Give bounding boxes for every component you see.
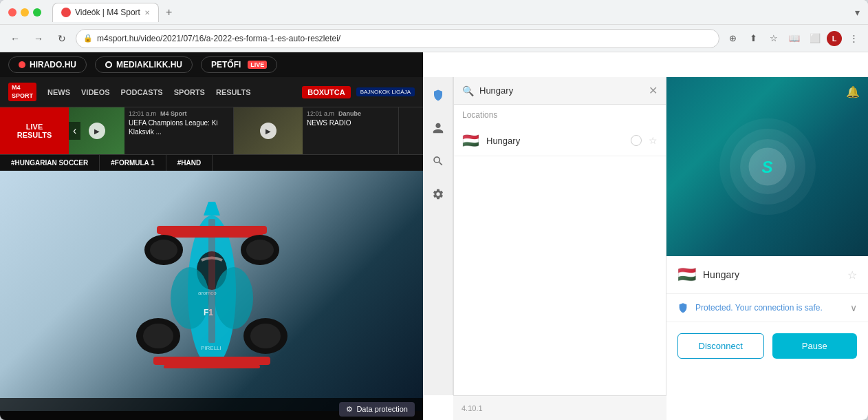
vpn-person-icon[interactable] (428, 118, 448, 138)
user-avatar[interactable]: L (827, 31, 842, 46)
pause-button[interactable]: Pause (772, 333, 858, 359)
tab-overview-button[interactable]: ⬜ (806, 30, 824, 48)
hashtag-1[interactable]: #HUNGARIAN SOCCER (0, 155, 100, 171)
vpn-sidebar (423, 77, 453, 395)
vpn-country-name: Hungary (703, 269, 847, 280)
play-icon-1: ▶ (89, 123, 105, 139)
hashtag-3[interactable]: #HAND (166, 155, 213, 171)
nav-sports[interactable]: SPORTS (174, 88, 205, 96)
vpn-shield-icon[interactable] (428, 85, 448, 105)
vpn-country-row: 🇭🇺 Hungary ☆ (666, 256, 868, 294)
hirado-label: HIRADO.HU (30, 60, 76, 70)
minimize-button[interactable] (21, 8, 29, 17)
vpn-country-flag: 🇭🇺 (677, 266, 696, 284)
vpn-version: 4.10.1 (453, 395, 666, 420)
svg-point-8 (150, 240, 177, 260)
f1-background: F1 aromco PIRELLI (0, 171, 423, 411)
bell-icon[interactable]: 🔔 (846, 85, 860, 98)
location-item-hungary[interactable]: 🇭🇺 Hungary ☆ (454, 125, 666, 156)
site-top-bar: HIRADO.HU MEDIAKLIKK.HU PETŐFI LIVE (0, 52, 423, 77)
boxutca-logo[interactable]: BOXUTCA (302, 86, 350, 98)
svg-rect-20 (208, 219, 215, 343)
logo-line2: SPORT (12, 92, 33, 101)
nav-actions: ⊕ ⬆ ☆ 📖 ⬜ L ⋮ (724, 30, 862, 48)
site-nav: M4 SPORT NEWS VIDEOS PODCASTS SPORTS RES… (0, 77, 423, 107)
tab-dropdown-button[interactable]: ▾ (855, 7, 860, 18)
mediaklikk-circle (105, 61, 112, 68)
vpn-gear-icon[interactable] (428, 185, 448, 204)
gear-icon: ⚙ (346, 405, 353, 414)
nav-results[interactable]: RESULTS (216, 88, 251, 96)
live-results-badge: LIVE RESULTS (0, 107, 69, 154)
svg-marker-1 (204, 202, 220, 216)
website: HIRADO.HU MEDIAKLIKK.HU PETŐFI LIVE M4 S… (0, 52, 423, 420)
hashtag-bar: #HUNGARIAN SOCCER #FORMULA 1 #HAND (0, 154, 423, 171)
title-bar: Videók | M4 Sport ✕ + ▾ (0, 0, 868, 25)
share-button[interactable]: ⬆ (744, 30, 762, 48)
back-button[interactable]: ← (6, 29, 25, 48)
search-input[interactable] (479, 85, 643, 96)
f1-car-svg: F1 aromco PIRELLI (102, 195, 322, 388)
video-title-1: UEFA Champions League: Ki Klaksvik ... (129, 118, 229, 136)
play-icon-2: ▶ (260, 123, 276, 139)
reading-list-button[interactable]: 📖 (785, 30, 803, 48)
vpn-country-star[interactable]: ☆ (847, 269, 857, 282)
hungary-radio[interactable] (631, 135, 642, 146)
new-tab-button[interactable]: + (162, 6, 176, 19)
video-time-2: 12:01 a.m (307, 110, 334, 117)
bookmark-button[interactable]: ☆ (765, 30, 783, 48)
data-protection-label: Data protection (356, 405, 408, 413)
tab-close-button[interactable]: ✕ (144, 9, 150, 17)
search-bar: 🔍 ✕ (454, 77, 666, 105)
translate-button[interactable]: ⊕ (724, 30, 741, 48)
maximize-button[interactable] (33, 8, 41, 17)
vpn-main-panel: 🔔 S 🇭🇺 Hungary ☆ Protected. Your connect… (666, 77, 868, 395)
vpn-ripple-container: S (719, 118, 816, 215)
locations-header: Locations (454, 105, 666, 125)
close-button[interactable] (8, 8, 17, 17)
hashtag-2[interactable]: #FORMULA 1 (100, 155, 166, 171)
svg-text:PIRELLI: PIRELLI (201, 345, 221, 351)
reload-button[interactable]: ↻ (52, 29, 72, 48)
hirado-dot (19, 61, 25, 68)
video-channel-1: M4 Sport (160, 110, 187, 117)
video-title-2: NEWS RADIO (307, 118, 361, 127)
tab-title: Videók | M4 Sport (75, 8, 140, 17)
nav-news[interactable]: NEWS (47, 88, 70, 96)
more-menu-button[interactable]: ⋮ (845, 30, 862, 48)
address-bar[interactable]: 🔒 m4sport.hu/video/2021/07/16/a-2022-es-… (76, 29, 719, 48)
petofi-button[interactable]: PETŐFI LIVE (201, 56, 277, 73)
vpn-s-letter: S (761, 157, 772, 176)
nav-podcasts[interactable]: PODCASTS (121, 88, 163, 96)
video-info-1: 12:01 a.m M4 Sport UEFA Champions League… (124, 107, 233, 154)
video-card-1[interactable]: ▶ 12:01 a.m M4 Sport UEFA Champions Leag… (69, 107, 234, 154)
video-row: LIVE RESULTS ‹ ▶ 12:01 a.m M4 S (0, 107, 423, 154)
prev-button[interactable]: ‹ (69, 122, 80, 140)
lock-icon: 🔒 (83, 34, 93, 43)
results-text: RESULTS (17, 131, 52, 139)
nav-videos[interactable]: VIDEOS (81, 88, 110, 96)
search-icon: 🔍 (462, 85, 474, 96)
vpn-protected-row[interactable]: Protected. Your connection is safe. ∨ (666, 294, 868, 322)
hungary-star[interactable]: ☆ (649, 135, 658, 146)
svg-point-10 (246, 240, 274, 260)
champions-label: BAJNOKOK LIGÁJA (360, 89, 411, 95)
nav-bar: ← → ↻ 🔒 m4sport.hu/video/2021/07/16/a-20… (0, 25, 868, 52)
disconnect-button[interactable]: Disconnect (677, 333, 764, 359)
vpn-expand-icon[interactable]: ∨ (850, 302, 857, 313)
search-clear-button[interactable]: ✕ (649, 84, 658, 97)
content-area: HIRADO.HU MEDIAKLIKK.HU PETŐFI LIVE M4 S… (0, 52, 868, 420)
nav-right: BOXUTCA BAJNOKOK LIGÁJA (302, 86, 415, 98)
mediaklikk-button[interactable]: MEDIAKLIKK.HU (95, 56, 193, 73)
vpn-protected-shield-icon (677, 302, 688, 313)
video-thumb-2: ▶ (234, 107, 303, 154)
vpn-search-icon[interactable] (428, 151, 448, 171)
hirado-button[interactable]: HIRADO.HU (8, 56, 87, 73)
video-card-2[interactable]: ▶ 12:01 a.m Danube NEWS RADIO (234, 107, 399, 154)
vpn-visual: 🔔 S (666, 77, 868, 256)
hungary-flag: 🇭🇺 (462, 132, 479, 149)
active-tab[interactable]: Videók | M4 Sport ✕ (52, 3, 159, 22)
forward-button[interactable]: → (29, 29, 48, 48)
svg-point-16 (215, 267, 253, 329)
data-protection-button[interactable]: ⚙ Data protection (339, 402, 415, 417)
